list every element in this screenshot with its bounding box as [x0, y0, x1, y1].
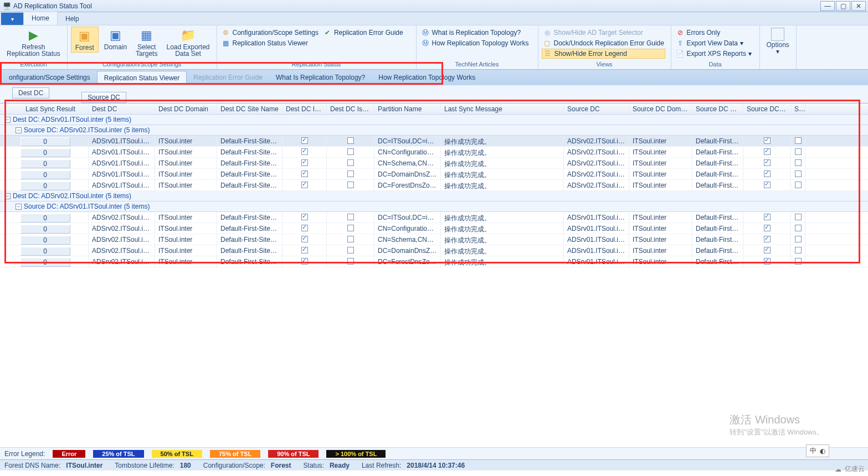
sync-result-value: 0 — [20, 148, 70, 157]
group-label: Dest DC: ADSrv01.ITSoul.inter (5 items) — [13, 116, 131, 123]
subtab-err[interactable]: Replication Error Guide — [187, 71, 269, 84]
minimize-button[interactable]: — — [820, 1, 835, 11]
col-last-msg[interactable]: Last Sync Message — [441, 104, 564, 114]
app-icon: 🖥️ — [2, 2, 11, 11]
cfg-scope-link[interactable]: ⚙Configuration/Scope Settings — [220, 28, 320, 38]
options-button[interactable]: Options ▾ — [763, 27, 793, 56]
checkbox-dest-rodc — [347, 148, 354, 155]
col-dest-site[interactable]: Dest DC Site Name — [217, 104, 283, 114]
col-source-gc[interactable]: Source DC Is GC? — [743, 104, 791, 114]
checkbox-dest-gc — [301, 225, 308, 231]
table-row[interactable]: 0ADSrv01.ITSoul.interITSoul.interDefault… — [0, 147, 868, 158]
cell-partition: DC=ForestDnsZones,D... — [374, 256, 441, 267]
export-icon: ⇪ — [676, 39, 685, 48]
table-row[interactable]: 0ADSrv02.ITSoul.interITSoul.interDefault… — [0, 234, 868, 245]
errors-only-link[interactable]: ⊘Errors Only — [675, 28, 753, 38]
chip-dest-dc[interactable]: Dest DC — [12, 87, 49, 99]
file-menu-button[interactable]: ▾ — [1, 13, 23, 25]
cell-dest-domain: ITSoul.inter — [155, 180, 217, 190]
group-options: Options ▾ — [760, 25, 797, 69]
tab-home[interactable]: Home — [23, 12, 58, 25]
col-source-end[interactable]: Sou... — [791, 104, 805, 114]
checkbox-dest-gc — [301, 137, 308, 144]
group-header[interactable]: −Dest DC: ADSrv01.ITSoul.inter (5 items) — [0, 115, 868, 125]
cell-last-msg: 操作成功完成。 — [441, 147, 564, 157]
checkbox-end — [795, 159, 802, 166]
checkbox-dest-rodc — [347, 214, 354, 220]
table-row[interactable]: 0ADSrv01.ITSoul.interITSoul.interDefault… — [0, 158, 868, 169]
table-row[interactable]: 0ADSrv02.ITSoul.interITSoul.interDefault… — [0, 256, 868, 267]
subgroup-header[interactable]: −Source DC: ADSrv01.ITSoul.inter (5 item… — [0, 201, 868, 212]
col-dest-dc[interactable]: Dest DC — [89, 104, 155, 114]
subtab-how[interactable]: How Replication Topology Works — [372, 71, 482, 84]
cell-dest-site: Default-First-Site-Name — [217, 147, 283, 157]
legend-icon: ☰ — [543, 49, 552, 58]
select-targets-button[interactable]: ▦ Select Targets — [132, 27, 161, 58]
export-view-link[interactable]: ⇪Export View Data ▾ — [675, 38, 753, 48]
cell-last-msg: 操作成功完成。 — [441, 180, 564, 190]
checkbox-dest-rodc — [347, 159, 354, 166]
maximize-button[interactable]: ▢ — [836, 1, 850, 11]
group-label: Replication Status — [220, 60, 413, 69]
cell-dest-domain: ITSoul.inter — [155, 245, 217, 256]
col-partition[interactable]: Partition Name — [374, 104, 441, 114]
col-dest-rodc[interactable]: Dest DC Is RODC? — [327, 104, 374, 114]
subtab-what[interactable]: What Is Replication Topology? — [269, 71, 372, 84]
showhide-legend-link[interactable]: ☰Show/Hide Error Legend — [542, 49, 665, 59]
subgroup-label: Source DC: ADSrv02.ITSoul.inter (5 items… — [24, 126, 150, 134]
group-label: Views — [542, 60, 667, 69]
legend-90: 90% of TSL — [268, 450, 319, 458]
sync-result-value: 0 — [20, 236, 70, 245]
table-row[interactable]: 0ADSrv02.ITSoul.interITSoul.interDefault… — [0, 223, 868, 234]
subgroup-header[interactable]: −Source DC: ADSrv02.ITSoul.inter (5 item… — [0, 125, 868, 136]
what-is-link[interactable]: ⓂWhat is Replication Topology? — [420, 28, 530, 38]
collapse-icon[interactable]: − — [16, 204, 22, 210]
cell-dest-dc: ADSrv01.ITSoul.inter — [89, 158, 155, 168]
domain-button[interactable]: ▣ Domain — [101, 27, 130, 51]
cell-dest-site: Default-First-Site-Name — [217, 212, 283, 223]
refresh-button[interactable]: ▶ Refresh Replication Status — [3, 27, 64, 58]
table-row[interactable]: 0ADSrv02.ITSoul.interITSoul.interDefault… — [0, 245, 868, 256]
ime-indicator[interactable]: 中◐ — [806, 444, 829, 457]
how-works-link[interactable]: ⓂHow Replication Topology Works — [420, 38, 530, 48]
ribbon-tabs: ▾ Home Help — [0, 12, 868, 25]
group-header[interactable]: −Dest DC: ADSrv02.ITSoul.inter (5 items) — [0, 191, 868, 201]
load-data-button[interactable]: 📁 Load Exported Data Set — [163, 27, 213, 58]
table-row[interactable]: 0ADSrv01.ITSoul.interITSoul.interDefault… — [0, 136, 868, 147]
export-xps-link[interactable]: 📄Export XPS Reports ▾ — [675, 49, 753, 59]
cell-dest-domain: ITSoul.inter — [155, 234, 217, 245]
cell-partition: DC=ForestDnsZones,D... — [374, 180, 441, 190]
col-dest-gc[interactable]: Dest DC Is GC? — [283, 104, 327, 114]
close-button[interactable]: ✕ — [851, 1, 866, 11]
collapse-icon[interactable]: − — [16, 127, 22, 133]
cell-partition: CN=Schema,CN=Config... — [374, 158, 441, 168]
table-row[interactable]: 0ADSrv02.ITSoul.interITSoul.interDefault… — [0, 212, 868, 223]
subtab-scope[interactable]: onfiguration/Scope Settings — [2, 71, 97, 84]
col-source-domain[interactable]: Source DC Domain — [629, 104, 692, 114]
repl-err-guide-link[interactable]: ✔Replication Error Guide — [322, 28, 404, 38]
col-dest-domain[interactable]: Dest DC Domain — [155, 104, 217, 114]
col-last-sync-result[interactable]: Last Sync Result — [0, 104, 89, 114]
cell-source-dc: ADSrv01.ITSoul.inter — [564, 256, 629, 267]
chip-source-dc[interactable]: Source DC — [81, 92, 126, 103]
collapse-icon[interactable]: − — [4, 193, 11, 199]
checkbox-dest-rodc — [347, 182, 354, 188]
cell-dest-dc: ADSrv02.ITSoul.inter — [89, 234, 155, 245]
tab-help[interactable]: Help — [58, 13, 87, 25]
cell-source-domain: ITSoul.inter — [629, 180, 692, 190]
grid-icon: ▦ — [222, 39, 230, 48]
cell-dest-dc: ADSrv02.ITSoul.inter — [89, 223, 155, 234]
repl-viewer-link[interactable]: ▦Replication Status Viewer — [220, 38, 320, 48]
checkbox-end — [795, 182, 802, 188]
table-row[interactable]: 0ADSrv01.ITSoul.interITSoul.interDefault… — [0, 180, 868, 191]
collapse-icon[interactable]: − — [4, 117, 11, 123]
checkbox-dest-rodc — [347, 258, 354, 265]
dock-link[interactable]: ▢Dock/Undock Replication Error Guide — [542, 38, 665, 48]
table-row[interactable]: 0ADSrv01.ITSoul.interITSoul.interDefault… — [0, 169, 868, 180]
col-source-dc[interactable]: Source DC — [564, 104, 629, 114]
subtab-viewer[interactable]: Replication Status Viewer — [97, 71, 187, 85]
col-source-site[interactable]: Source DC Site... — [692, 104, 743, 114]
checkbox-source-gc — [764, 225, 771, 231]
cell-source-site: Default-First-Sit... — [692, 223, 743, 234]
forest-button[interactable]: ▣ Forest — [71, 27, 99, 53]
